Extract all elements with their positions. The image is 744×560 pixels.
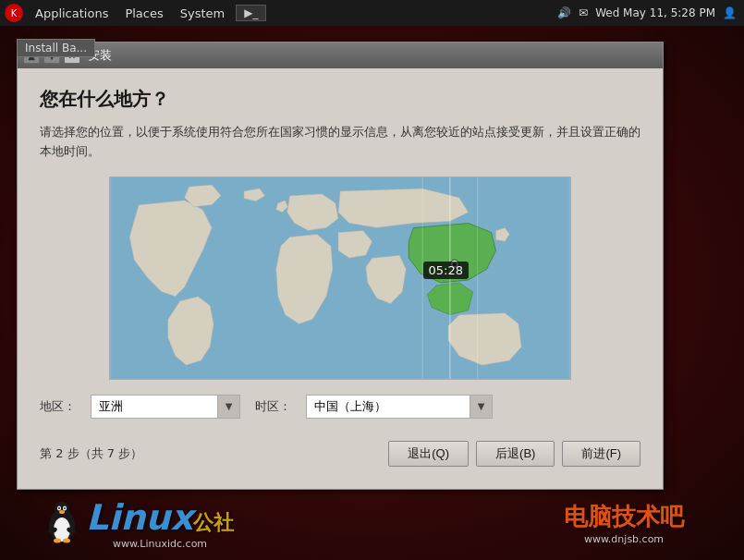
step-info: 第 2 步（共 7 步） bbox=[40, 445, 142, 462]
taskbar: K Applications Places System ▶_ 🔊 ✉ Wed … bbox=[0, 0, 744, 26]
svg-point-10 bbox=[55, 502, 69, 517]
watermark-left: Linux 公社 www.Linuxidc.com bbox=[0, 486, 277, 560]
terminal-button[interactable]: ▶_ bbox=[236, 5, 266, 21]
install-taskbar-button[interactable]: Install Ba... bbox=[17, 39, 95, 57]
region-label: 地区： bbox=[40, 398, 76, 415]
region-select-wrapper[interactable]: 亚洲 ▼ bbox=[91, 395, 240, 419]
linuxidc-url: www.Linuxidc.com bbox=[86, 538, 234, 550]
user-icon[interactable]: 👤 bbox=[723, 6, 737, 19]
dnjsb-url: www.dnjsb.com bbox=[584, 533, 664, 545]
linux-brand-text: Linux bbox=[86, 497, 193, 538]
svg-point-15 bbox=[59, 510, 65, 514]
timezone-select[interactable]: 中国（上海） bbox=[307, 396, 492, 418]
terminal-icon: ▶_ bbox=[244, 6, 258, 19]
network-icon: ✉ bbox=[579, 6, 588, 19]
taskbar-menu: Applications Places System bbox=[28, 5, 232, 22]
taskbar-time: Wed May 11, 5:28 PM bbox=[595, 6, 715, 19]
svg-point-7 bbox=[453, 262, 457, 266]
window-footer: 第 2 步（共 7 步） 退出(Q) 后退(B) 前进(F) bbox=[40, 433, 640, 470]
world-map[interactable]: 05:28 bbox=[109, 177, 571, 380]
svg-point-18 bbox=[54, 539, 61, 543]
gong-she-text: 公社 bbox=[193, 509, 234, 537]
svg-point-19 bbox=[63, 539, 70, 543]
menu-places[interactable]: Places bbox=[117, 5, 170, 22]
menu-applications[interactable]: Applications bbox=[28, 5, 116, 22]
dnjsb-title: 电脑技术吧 bbox=[564, 501, 684, 533]
page-description: 请选择您的位置，以便于系统使用符合您所在国家习惯的显示信息，从离您较近的站点接受… bbox=[40, 123, 640, 162]
desktop: K Applications Places System ▶_ 🔊 ✉ Wed … bbox=[0, 0, 744, 560]
back-button[interactable]: 后退(B) bbox=[476, 441, 555, 467]
window-body: 您在什么地方？ 请选择您的位置，以便于系统使用符合您所在国家习惯的显示信息，从离… bbox=[18, 68, 663, 489]
kali-logo-icon: K bbox=[4, 3, 24, 23]
quit-button[interactable]: 退出(Q) bbox=[388, 441, 469, 467]
forward-button[interactable]: 前进(F) bbox=[562, 441, 640, 467]
watermark-right: 电脑技术吧 www.dnjsb.com bbox=[504, 486, 744, 560]
svg-point-14 bbox=[64, 507, 66, 509]
page-title: 您在什么地方？ bbox=[40, 87, 640, 112]
taskbar-right: 🔊 ✉ Wed May 11, 5:28 PM 👤 bbox=[557, 6, 744, 19]
tux-penguin-icon bbox=[43, 500, 80, 546]
menu-system[interactable]: System bbox=[173, 5, 232, 22]
window-titlebar: ▲ ▼ ✕ 安装 bbox=[18, 43, 663, 68]
volume-icon[interactable]: 🔊 bbox=[557, 6, 571, 19]
svg-text:K: K bbox=[11, 8, 18, 18]
location-form-row: 地区： 亚洲 ▼ 时区： 中国（上海） ▼ bbox=[40, 395, 640, 419]
svg-point-13 bbox=[58, 507, 60, 509]
footer-buttons: 退出(Q) 后退(B) 前进(F) bbox=[388, 441, 640, 467]
install-window: ▲ ▼ ✕ 安装 您在什么地方？ 请选择您的位置，以便于系统使用符合您所在国家习… bbox=[17, 42, 664, 490]
map-svg bbox=[110, 177, 570, 379]
region-select[interactable]: 亚洲 bbox=[91, 396, 239, 418]
timezone-select-wrapper[interactable]: 中国（上海） ▼ bbox=[306, 395, 493, 419]
timezone-label: 时区： bbox=[255, 398, 291, 415]
